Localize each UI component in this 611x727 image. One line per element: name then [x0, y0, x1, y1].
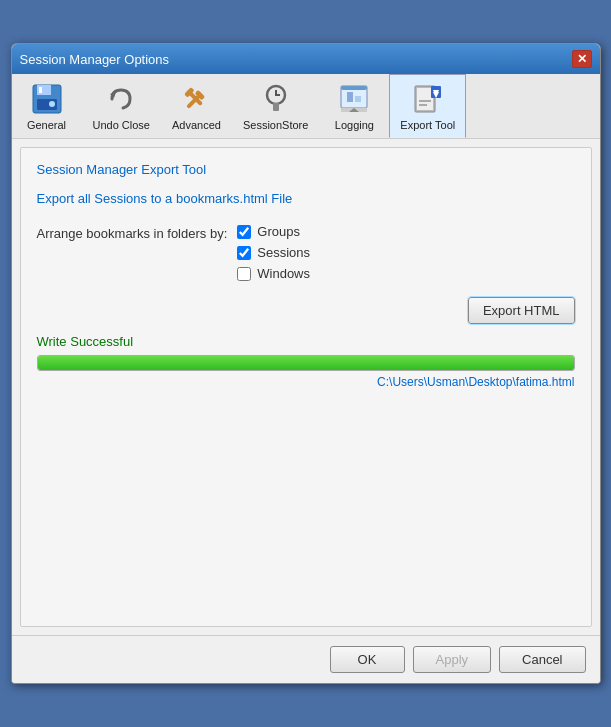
- svg-rect-16: [347, 92, 353, 102]
- window-title: Session Manager Options: [20, 52, 170, 67]
- export-link[interactable]: Export all Sessions to a bookmarks.html …: [37, 191, 575, 206]
- windows-label: Windows: [257, 266, 310, 281]
- checkbox-row-groups: Groups: [237, 224, 310, 239]
- undo-close-label: Undo Close: [93, 119, 150, 131]
- export-tool-icon: [410, 81, 446, 117]
- toolbar-item-export-tool[interactable]: Export Tool: [389, 74, 466, 138]
- export-html-button[interactable]: Export HTML: [468, 297, 575, 324]
- toolbar-item-undo-close[interactable]: Undo Close: [82, 74, 161, 138]
- arrange-label: Arrange bookmarks in folders by:: [37, 224, 228, 241]
- general-label: General: [27, 119, 66, 131]
- sessions-label: Sessions: [257, 245, 310, 260]
- groups-label: Groups: [257, 224, 300, 239]
- undo-close-icon: [103, 81, 139, 117]
- svg-rect-20: [417, 88, 433, 110]
- arrange-section: Arrange bookmarks in folders by: Groups …: [37, 224, 575, 281]
- checkboxes: Groups Sessions Windows: [237, 224, 310, 281]
- toolbar: General Undo Close: [12, 74, 600, 139]
- windows-checkbox[interactable]: [237, 267, 251, 281]
- svg-rect-10: [273, 103, 279, 111]
- svg-rect-2: [39, 87, 42, 93]
- toolbar-item-logging[interactable]: Logging: [319, 74, 389, 138]
- status-text: Write Successful: [37, 334, 575, 349]
- file-path: C:\Users\Usman\Desktop\fatima.html: [37, 375, 575, 389]
- logging-label: Logging: [335, 119, 374, 131]
- export-btn-row: Export HTML: [37, 297, 575, 324]
- progress-bar-container: [37, 355, 575, 371]
- session-store-icon: [258, 81, 294, 117]
- session-store-label: SessionStore: [243, 119, 308, 131]
- advanced-label: Advanced: [172, 119, 221, 131]
- toolbar-item-general[interactable]: General: [12, 74, 82, 138]
- svg-rect-25: [419, 104, 427, 106]
- toolbar-item-advanced[interactable]: Advanced: [161, 74, 232, 138]
- checkbox-row-windows: Windows: [237, 266, 310, 281]
- section-title: Session Manager Export Tool: [37, 162, 575, 177]
- svg-rect-14: [341, 86, 367, 90]
- close-button[interactable]: ✕: [572, 50, 592, 68]
- groups-checkbox[interactable]: [237, 225, 251, 239]
- advanced-icon: [178, 81, 214, 117]
- bottom-bar: OK Apply Cancel: [12, 635, 600, 683]
- progress-bar-fill: [38, 356, 574, 370]
- checkbox-row-sessions: Sessions: [237, 245, 310, 260]
- export-tool-label: Export Tool: [400, 119, 455, 131]
- svg-rect-17: [355, 96, 361, 102]
- general-icon: [29, 81, 65, 117]
- apply-button[interactable]: Apply: [413, 646, 492, 673]
- svg-point-4: [49, 101, 55, 107]
- svg-rect-24: [419, 100, 431, 102]
- cancel-button[interactable]: Cancel: [499, 646, 585, 673]
- ok-button[interactable]: OK: [330, 646, 405, 673]
- main-window: Session Manager Options ✕ General: [11, 43, 601, 684]
- title-bar: Session Manager Options ✕: [12, 44, 600, 74]
- sessions-checkbox[interactable]: [237, 246, 251, 260]
- logging-icon: [336, 81, 372, 117]
- toolbar-item-session-store[interactable]: SessionStore: [232, 74, 319, 138]
- content-area: Session Manager Export Tool Export all S…: [20, 147, 592, 627]
